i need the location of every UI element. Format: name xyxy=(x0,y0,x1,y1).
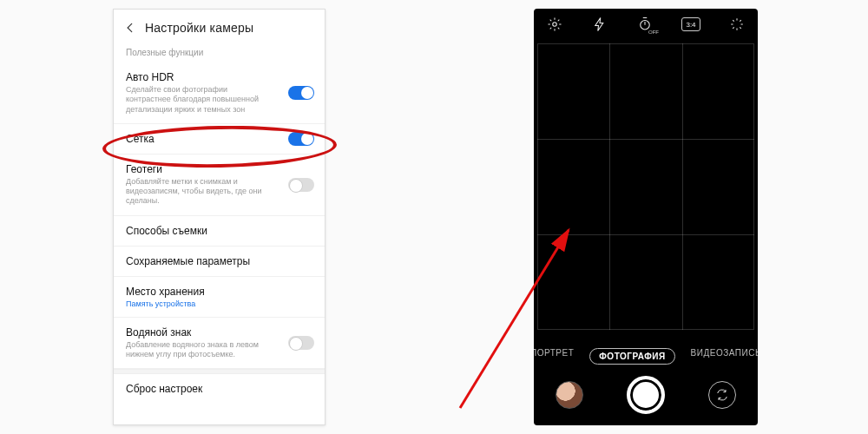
row-auto-hdr[interactable]: Авто HDR Сделайте свои фотографии контра… xyxy=(114,62,325,124)
toggle-auto-hdr[interactable] xyxy=(288,86,314,100)
grid-line-h2 xyxy=(537,234,754,235)
flash-icon[interactable] xyxy=(591,16,608,33)
row-title: Сохраняемые параметры xyxy=(126,255,312,267)
shutter-button[interactable] xyxy=(627,376,665,414)
svg-point-0 xyxy=(553,23,557,27)
effects-icon[interactable] xyxy=(728,16,746,33)
row-geotags[interactable]: Геотеги Добавляйте метки к снимкам и вид… xyxy=(114,155,325,216)
gallery-thumbnail[interactable] xyxy=(556,381,583,409)
back-icon[interactable] xyxy=(122,20,138,36)
mode-photo[interactable]: ФОТОГРАФИЯ xyxy=(589,348,674,365)
row-desc: Добавление водяного знака в левом нижнем… xyxy=(126,340,273,360)
row-reset[interactable]: Сброс настроек xyxy=(114,374,325,404)
mode-portrait[interactable]: ПОРТРЕТ xyxy=(534,348,574,365)
row-storage[interactable]: Место хранения Память устройства xyxy=(114,277,325,318)
row-grid[interactable]: Сетка xyxy=(114,124,325,155)
section-label: Полезные функции xyxy=(114,43,325,62)
settings-title: Настройки камеры xyxy=(145,21,253,35)
row-title: Водяной знак xyxy=(126,326,312,339)
camera-mode-strip[interactable]: ПОРТРЕТ ФОТОГРАФИЯ ВИДЕОЗАПИСЬ xyxy=(534,348,758,365)
settings-header: Настройки камеры xyxy=(114,10,325,43)
toggle-grid[interactable] xyxy=(288,132,314,146)
viewfinder[interactable] xyxy=(537,43,754,330)
row-saved-params[interactable]: Сохраняемые параметры xyxy=(114,247,325,277)
timer-off-icon[interactable]: OFF xyxy=(636,16,654,33)
row-sub: Память устройства xyxy=(126,299,312,308)
row-title: Место хранения xyxy=(126,286,312,298)
toggle-geotags[interactable] xyxy=(288,178,314,192)
row-title: Геотеги xyxy=(126,163,312,175)
settings-gear-icon[interactable] xyxy=(546,16,563,33)
camera-viewfinder-screen: OFF 3:4 ПОРТРЕТ ФОТОГРАФИЯ ВИДЕОЗАПИСЬ xyxy=(534,9,758,425)
row-desc: Сделайте свои фотографии контрастнее бла… xyxy=(126,85,273,115)
viewfinder-frame xyxy=(537,43,754,330)
row-shooting-methods[interactable]: Способы съемки xyxy=(114,216,325,247)
row-title: Авто HDR xyxy=(126,71,312,83)
camera-settings-screen: Настройки камеры Полезные функции Авто H… xyxy=(113,9,326,425)
camera-top-toolbar: OFF 3:4 xyxy=(534,9,758,40)
row-watermark[interactable]: Водяной знак Добавление водяного знака в… xyxy=(114,318,325,370)
ratio-label: 3:4 xyxy=(686,21,695,29)
row-title: Сетка xyxy=(126,133,312,145)
camera-bottom-bar xyxy=(534,373,758,417)
grid-line-v1 xyxy=(609,43,610,330)
toggle-watermark[interactable] xyxy=(288,336,314,350)
timer-off-label: OFF xyxy=(648,30,659,35)
row-title: Способы съемки xyxy=(126,225,312,237)
ratio-3-4-icon[interactable]: 3:4 xyxy=(681,17,700,31)
row-desc: Добавляйте метки к снимкам и видеозапися… xyxy=(126,177,273,207)
grid-line-v2 xyxy=(682,43,683,330)
mode-video[interactable]: ВИДЕОЗАПИСЬ xyxy=(691,348,758,365)
switch-camera-button[interactable] xyxy=(708,381,736,409)
grid-line-h1 xyxy=(537,139,754,140)
row-title: Сброс настроек xyxy=(126,383,312,395)
